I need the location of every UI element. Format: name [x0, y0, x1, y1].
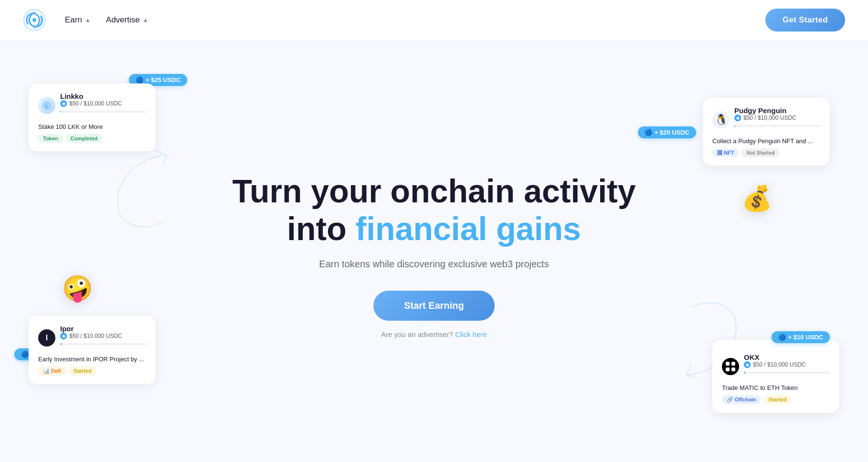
pudgy-tags: 🖼 NFT Not Started — [712, 148, 820, 157]
advertiser-text: Are you an advertiser? Click here — [232, 330, 635, 338]
okx-tags: 🔗 Offchain Started — [722, 395, 830, 404]
okx-logo — [722, 358, 739, 375]
svg-rect-6 — [726, 368, 730, 371]
okx-tag1: 🔗 Offchain — [722, 395, 761, 404]
ipor-amount: ◉ $50 / $10,000 USDC — [60, 333, 146, 339]
hero-subtitle: Earn tokens while discovering exclusive … — [232, 259, 635, 270]
emoji-money: 💰 — [741, 184, 773, 213]
nav-links: Earn ▲ Advertise ▲ — [65, 15, 765, 25]
navbar: Earn ▲ Advertise ▲ Get Started — [0, 0, 868, 41]
pudgy-tag1: 🖼 NFT — [712, 148, 739, 157]
linkko-card-header: L Linkko ◉ $50 / $10,000 USDC — [38, 92, 146, 118]
emoji-wink: 🤪 — [62, 274, 93, 303]
svg-rect-7 — [731, 368, 735, 371]
pudgy-name: Pudgy Penguin — [734, 106, 820, 115]
ipor-tags: 📊 Defi Started — [38, 367, 146, 376]
linkko-logo: L — [38, 97, 55, 114]
advertise-label: Advertise — [106, 15, 140, 25]
svg-point-1 — [32, 18, 36, 22]
linkko-tag1: Token — [38, 134, 63, 143]
hero-title: Turn your onchain activity into financia… — [232, 172, 635, 247]
advertise-nav-item[interactable]: Advertise ▲ — [106, 15, 148, 25]
pudgy-coin-icon: ◉ — [734, 115, 741, 121]
pudgy-tag2: Not Started — [741, 148, 779, 157]
pudgy-badge-text: + $20 USDC — [655, 129, 689, 136]
ipor-progress-fill — [60, 343, 62, 345]
ipor-coin-icon: ◉ — [60, 333, 67, 339]
hero-section: Turn your onchain activity into financia… — [232, 172, 635, 338]
defi-icon: 📊 — [43, 368, 51, 374]
linkko-tags: Token Completed — [38, 134, 146, 143]
linkko-progress-fill — [60, 111, 61, 113]
earn-chevron-icon: ▲ — [85, 17, 91, 23]
earn-label: Earn — [65, 15, 82, 25]
pudgy-card[interactable]: 🐧 Pudgy Penguin ◉ $50 / $10,000 USDC Col… — [703, 98, 830, 166]
get-started-button[interactable]: Get Started — [765, 9, 845, 32]
linkko-coin-icon: ◉ — [60, 100, 67, 107]
pudgy-progress-fill — [734, 125, 735, 127]
okx-desc: Trade MATIC to ETH Token — [722, 384, 830, 391]
okx-amount: ◉ $50 / $10,000 USDC — [744, 361, 830, 368]
earn-nav-item[interactable]: Earn ▲ — [65, 15, 91, 25]
start-earning-button[interactable]: Start Earning — [373, 291, 495, 321]
ipor-progress-bg — [60, 343, 146, 345]
linkko-badge-text: + $25 USDC — [146, 76, 180, 84]
svg-text:L: L — [45, 102, 49, 109]
ipor-badge-coin: 🔵 — [21, 351, 29, 358]
okx-coin-icon: ◉ — [744, 361, 751, 368]
okx-reward-badge: 🔵 + $10 USDC — [772, 331, 830, 343]
okx-progress-fill — [744, 372, 746, 374]
decorative-arrow-left — [81, 146, 186, 241]
ipor-name: Ipor — [60, 325, 146, 333]
pudgy-amount: ◉ $50 / $10,000 USDC — [734, 115, 820, 121]
okx-badge-text: + $10 USDC — [788, 334, 823, 341]
ipor-tag2: Started — [69, 367, 96, 376]
pudgy-desc: Collect a Pudgy Penguin NFT and ... — [712, 137, 820, 145]
ipor-desc: Early Investment in IPOR Project by ... — [38, 356, 146, 363]
okx-badge-coin: 🔵 — [778, 334, 786, 341]
main-content: 🤪 💰 🔵 + $25 USDC L Linkko ◉ $50 / $10,00… — [0, 41, 868, 462]
okx-progress-bg — [744, 372, 830, 374]
logo-icon — [23, 9, 46, 32]
pudgy-badge-coin: 🔵 — [645, 129, 652, 136]
svg-rect-5 — [731, 362, 735, 366]
pudgy-logo: 🐧 — [712, 111, 730, 128]
offchain-icon: 🔗 — [727, 397, 735, 402]
okx-tag2: Started — [764, 395, 792, 404]
ipor-card[interactable]: I Ipor ◉ $50 / $10,000 USDC Early Invest… — [29, 316, 156, 384]
ipor-card-header: I Ipor ◉ $50 / $10,000 USDC — [38, 325, 146, 351]
linkko-tag2: Completed — [66, 134, 103, 143]
linkko-progress-bg — [60, 111, 146, 113]
linkko-desc: Stake 100 LKK or More — [38, 123, 146, 130]
pudgy-progress-bg — [734, 125, 820, 127]
okx-card-header: OKX ◉ $50 / $10,000 USDC — [722, 353, 830, 379]
linkko-badge-coin: 🔵 — [136, 76, 143, 84]
ipor-tag1: 📊 Defi — [38, 367, 66, 376]
nft-icon: 🖼 — [717, 150, 722, 156]
advertiser-link[interactable]: Click here — [455, 330, 487, 338]
linkko-name: Linkko — [60, 92, 146, 100]
okx-name: OKX — [744, 353, 830, 361]
ipor-logo: I — [38, 329, 55, 346]
svg-rect-4 — [726, 362, 730, 366]
okx-card[interactable]: 🔵 + $10 USDC OKX ◉ $50 / $10,000 USDC Tr… — [712, 340, 839, 413]
linkko-amount: ◉ $50 / $10,000 USDC — [60, 100, 146, 107]
linkko-card[interactable]: L Linkko ◉ $50 / $10,000 USDC Stake 100 … — [29, 84, 156, 151]
pudgy-card-header: 🐧 Pudgy Penguin ◉ $50 / $10,000 USDC — [712, 106, 820, 133]
pudgy-reward-badge: 🔵 + $20 USDC — [638, 126, 696, 138]
advertise-chevron-icon: ▲ — [143, 17, 148, 23]
